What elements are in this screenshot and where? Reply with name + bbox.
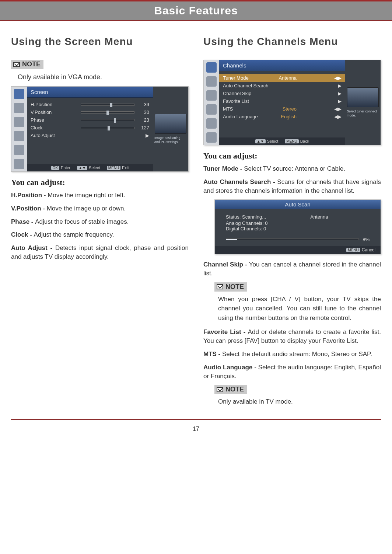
- progress-bar: [226, 238, 359, 240]
- left-right-icon: ◀▶: [334, 114, 342, 119]
- chevron-right-icon: ▶: [146, 133, 149, 138]
- chevron-right-icon: ▶: [338, 91, 342, 96]
- note-text: Only available in TV mode.: [218, 397, 381, 407]
- osd-icon: [14, 117, 24, 127]
- osd-row-tunermode: Tuner Mode Antenna ◀▶: [219, 74, 345, 82]
- desc-vposition: V.Position - Move the image up or down.: [11, 204, 189, 213]
- note-text: When you press [CHΛ / V] button, your TV…: [218, 295, 381, 323]
- scan-title: Auto Scan: [215, 200, 381, 209]
- osd-autoscan: Auto Scan Status: Scanning...Antenna Ana…: [214, 199, 381, 254]
- osd-row-audiolang: Audio Language English ◀▶: [219, 113, 345, 121]
- left-column: Using the Screen Menu NOTE Only availabl…: [11, 36, 189, 412]
- chevron-right-icon: ▶: [338, 98, 342, 104]
- subhead: You can adjust:: [203, 151, 381, 161]
- desc-autoadjust: Auto Adjust - Detects input signal clock…: [11, 244, 189, 261]
- desc-favlist: Favorite List - Add or delete channels t…: [203, 328, 381, 345]
- left-right-icon: ◀▶: [334, 106, 342, 112]
- section-rule: [203, 53, 381, 53]
- osd-hint-bar: ▲▼Select MENUBack: [219, 137, 345, 145]
- right-column: Using the Channels Menu Channels Tune: [203, 36, 381, 412]
- chevron-right-icon: ▶: [338, 83, 342, 88]
- osd-row-favlist: Favorite List ▶: [219, 97, 345, 105]
- osd-icon: [14, 103, 24, 113]
- section-rule: [11, 53, 189, 53]
- osd-row-phase: Phase 23: [27, 116, 153, 124]
- section-title-screen: Using the Screen Menu: [11, 36, 189, 48]
- desc-mts: MTS - Select the default audio stream: M…: [203, 350, 381, 359]
- osd-icon-strip: [204, 60, 219, 145]
- osd-screen: Screen H.Position 39 V.Position 30: [11, 86, 189, 172]
- note-badge: NOTE: [11, 60, 43, 69]
- note-badge: NOTE: [214, 282, 247, 292]
- osd-row-mts: MTS Stereo ◀▶: [219, 105, 345, 113]
- desc-chskip: Channel Skip - You can cancel a channel …: [203, 260, 381, 278]
- note-label: NOTE: [22, 60, 41, 68]
- osd-row-chskip: Channel Skip ▶: [219, 90, 345, 97]
- preview-thumb: [347, 87, 379, 107]
- osd-icon: [206, 132, 217, 143]
- osd-icon: [14, 159, 24, 169]
- subhead: You can adjust:: [11, 178, 189, 187]
- scan-footer: MENUCancel: [215, 246, 381, 254]
- osd-row-autosearch: Auto Channel Search ▶: [219, 82, 345, 90]
- osd-icon: [206, 62, 217, 73]
- osd-title: Channels: [219, 60, 345, 71]
- check-icon: [13, 62, 20, 67]
- desc-autosearch: Auto Channels Search - Scans for channel…: [203, 178, 381, 195]
- osd-title: Screen: [27, 87, 153, 98]
- desc-hposition: H.Position - Move the image right or lef…: [11, 191, 189, 200]
- osd-row-vposition: V.Position 30: [27, 108, 153, 116]
- osd-row-clock: Clock 127: [27, 124, 153, 132]
- page-number: 17: [0, 421, 392, 443]
- note-badge: NOTE: [214, 385, 247, 394]
- note-label: NOTE: [225, 283, 244, 291]
- check-icon: [217, 284, 223, 289]
- note-label: NOTE: [225, 386, 244, 393]
- osd-icon: [206, 76, 217, 87]
- osd-row-hposition: H.Position 39: [27, 101, 153, 108]
- osd-icon: [206, 90, 217, 101]
- osd-preview-pane: Image positioning and PC settings.: [153, 87, 188, 171]
- osd-preview-pane: Select tuner connect mode.: [345, 60, 381, 145]
- osd-icon: [206, 118, 217, 129]
- desc-audiolang: Audio Language - Select the audio langua…: [203, 363, 381, 381]
- slider: [81, 104, 134, 106]
- osd-icon-strip: [11, 87, 27, 171]
- footer-rule: [11, 419, 381, 420]
- desc-tunermode: Tuner Mode - Select TV source: Antenna o…: [203, 164, 381, 173]
- desc-clock: Clock - Adjust the sample frequency.: [11, 230, 189, 239]
- note-text: Only available in VGA mode.: [18, 73, 189, 81]
- section-title-channels: Using the Channels Menu: [203, 36, 381, 48]
- osd-hint-bar: OKEnter ▲▼Select MENUExit: [27, 164, 153, 171]
- desc-phase: Phase - Adjust the focus of stable image…: [11, 217, 189, 226]
- page-header: Basic Features: [0, 1, 392, 20]
- left-right-icon: ◀▶: [334, 75, 342, 81]
- check-icon: [217, 387, 223, 392]
- osd-icon: [14, 131, 24, 141]
- osd-icon: [206, 104, 217, 115]
- osd-icon: [14, 89, 24, 99]
- preview-thumb: [155, 114, 186, 134]
- osd-icon: [14, 145, 24, 155]
- osd-row-autoadjust: Auto Adjust ▶: [27, 132, 153, 139]
- osd-channels: Channels Tuner Mode Antenna ◀▶ Auto Chan…: [203, 60, 381, 145]
- progress-percent: 8%: [363, 237, 370, 242]
